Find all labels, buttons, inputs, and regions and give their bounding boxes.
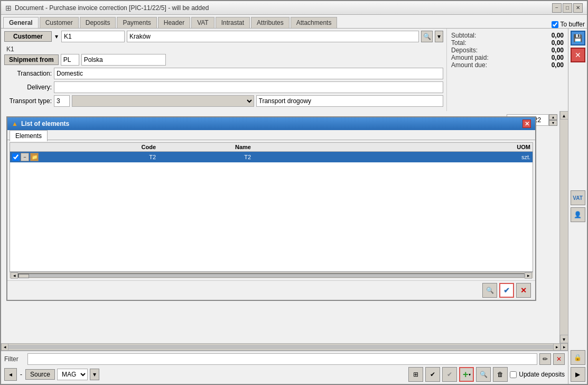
dialog-close-button[interactable]: ✕	[522, 120, 531, 128]
customer-search-button[interactable]: 🔍	[421, 31, 433, 42]
transport-desc-input[interactable]	[256, 95, 444, 107]
col-name: Name	[160, 144, 255, 150]
deposits-label: Deposits:	[451, 47, 478, 54]
nav-separator: -	[20, 371, 22, 378]
deposits-value: 0,00	[552, 47, 564, 54]
dialog-table: Code Name UOM − 📁	[10, 142, 533, 272]
delete-button[interactable]: ✕	[571, 48, 585, 62]
vscroll-up[interactable]: ▴	[560, 111, 568, 120]
bottom-area: Filter ✏ ✕ ◂ - Source MAG	[1, 351, 568, 384]
customer-row: Customer ▾ 🔍 ▾	[4, 31, 443, 42]
main-window: ⊞ Document - Purchase invoice correction…	[0, 0, 588, 385]
panel-right-button[interactable]: ▶	[571, 367, 585, 382]
pencil-icon: ✏	[543, 355, 548, 363]
app-icon: ⊞	[5, 4, 12, 12]
customer-k1-row: K1	[4, 44, 443, 54]
hscroll-right-arrow[interactable]: ▸	[525, 272, 532, 279]
amount-paid-value: 0,00	[552, 54, 564, 61]
nav-back-button[interactable]: ◂	[4, 368, 17, 381]
shipment-country-input[interactable]	[81, 54, 166, 66]
transport-row: Transport type:	[4, 95, 443, 107]
shipment-code-input[interactable]	[61, 54, 79, 66]
tab-general[interactable]: General	[3, 17, 39, 28]
tab-attributes[interactable]: Attributes	[251, 17, 290, 28]
to-buffer-checkbox[interactable]	[552, 21, 558, 28]
dropdown-icon: ▾	[437, 33, 441, 40]
amount-paid-label: Amount paid:	[451, 54, 489, 61]
dialog-tab-elements[interactable]: Elements	[10, 130, 48, 141]
main-hscroll-left[interactable]: ◂	[1, 343, 8, 351]
filter-row: Filter ✏ ✕	[4, 353, 565, 365]
dialog-cancel-button[interactable]: ✕	[516, 283, 531, 298]
update-deposits-checkbox[interactable]	[510, 371, 517, 378]
filter-label: Filter	[4, 355, 25, 363]
customer-city-input[interactable]	[127, 31, 419, 42]
vscroll-down[interactable]: ▾	[560, 335, 568, 343]
filter-input[interactable]	[27, 353, 537, 365]
search-icon-btn[interactable]: 🔍	[476, 367, 491, 382]
dialog-search-button[interactable]: 🔍	[482, 283, 497, 298]
customer-code-input[interactable]	[61, 31, 125, 42]
row-checkbox[interactable]	[12, 153, 20, 161]
delete-icon: ✕	[575, 51, 581, 59]
customer-dropdown-button[interactable]: ▾	[435, 31, 443, 42]
transport-num-input[interactable]	[54, 95, 70, 107]
transport-dropdown[interactable]	[72, 95, 254, 107]
main-hscroll-right2[interactable]: ▸	[561, 343, 568, 351]
dialog-content: Code Name UOM − 📁	[7, 140, 535, 280]
right-sidebar: 💾 ✕ VAT 👤 🔒 ▶	[568, 29, 587, 384]
hscroll-left-arrow[interactable]: ◂	[11, 272, 18, 279]
person-button[interactable]: 👤	[571, 207, 585, 222]
date-spin-down[interactable]: ▾	[549, 120, 557, 126]
list-of-elements-dialog: ▲ List of elements ✕ Elements	[6, 116, 536, 301]
tab-header[interactable]: Header	[158, 17, 190, 28]
tab-deposits[interactable]: Deposits	[80, 17, 116, 28]
lock-button[interactable]: 🔒	[571, 350, 585, 365]
tab-customer[interactable]: Customer	[40, 17, 79, 28]
tab-payments[interactable]: Payments	[117, 17, 156, 28]
filter-clear-button[interactable]: ✕	[553, 353, 565, 365]
row-minus-icon: −	[21, 153, 29, 161]
transaction-select[interactable]: Domestic	[54, 68, 443, 79]
title-bar: ⊞ Document - Purchase invoice correction…	[1, 1, 587, 15]
add-dropdown-icon: ▾	[469, 372, 471, 377]
row-folder-icon: 📁	[30, 153, 39, 161]
source-select[interactable]: MAG	[57, 369, 88, 380]
filter-edit-button[interactable]: ✏	[539, 353, 551, 365]
dropdown-arrow-btn[interactable]: ▾	[90, 369, 99, 380]
date-spin-up[interactable]: ▴	[549, 114, 557, 120]
tab-attachments[interactable]: Attachments	[291, 17, 338, 28]
window-title: Document - Purchase invoice correction […	[15, 4, 209, 12]
restore-button[interactable]: □	[563, 3, 572, 13]
dialog-tabs: Elements	[7, 130, 535, 140]
row-name: T2	[160, 154, 255, 160]
source-button[interactable]: Source	[25, 369, 55, 380]
update-deposits-row: Update deposits	[510, 371, 565, 378]
main-hscroll-right1[interactable]: ▸	[553, 343, 561, 351]
close-button[interactable]: ✕	[573, 3, 583, 13]
clear-icon: ✕	[556, 355, 562, 363]
check2-icon-btn[interactable]: ✔	[442, 367, 457, 382]
trash-icon-btn[interactable]: 🗑	[493, 367, 508, 382]
table-icon-btn[interactable]: ⊞	[408, 367, 423, 382]
hscroll-thumb[interactable]	[18, 274, 29, 278]
delivery-label: Delivery:	[4, 84, 52, 91]
delivery-select[interactable]	[54, 81, 443, 93]
dialog-warn-icon: ▲	[12, 120, 18, 127]
vat-button[interactable]: VAT	[571, 190, 585, 205]
add-button[interactable]: + ▾	[459, 367, 474, 382]
hscroll-track	[18, 273, 525, 278]
check-icon-btn[interactable]: ✔	[425, 367, 440, 382]
main-hscroll-track	[8, 345, 553, 349]
row-uom: szt.	[504, 154, 530, 160]
customer-button[interactable]: Customer	[4, 31, 52, 42]
action-row: ◂ - Source MAG ▾ ⊞ ✔ ✔ + ▾ 🔍	[4, 367, 565, 382]
shipment-button[interactable]: Shipment from	[4, 54, 59, 65]
tab-vat[interactable]: VAT	[191, 17, 214, 28]
amount-due-value: 0,00	[552, 61, 564, 69]
dialog-confirm-button[interactable]: ✔	[499, 283, 514, 298]
search-icon: 🔍	[423, 33, 431, 40]
tab-intrastat[interactable]: Intrastat	[216, 17, 250, 28]
minimize-button[interactable]: −	[552, 3, 562, 13]
save-button[interactable]: 💾	[571, 31, 585, 45]
